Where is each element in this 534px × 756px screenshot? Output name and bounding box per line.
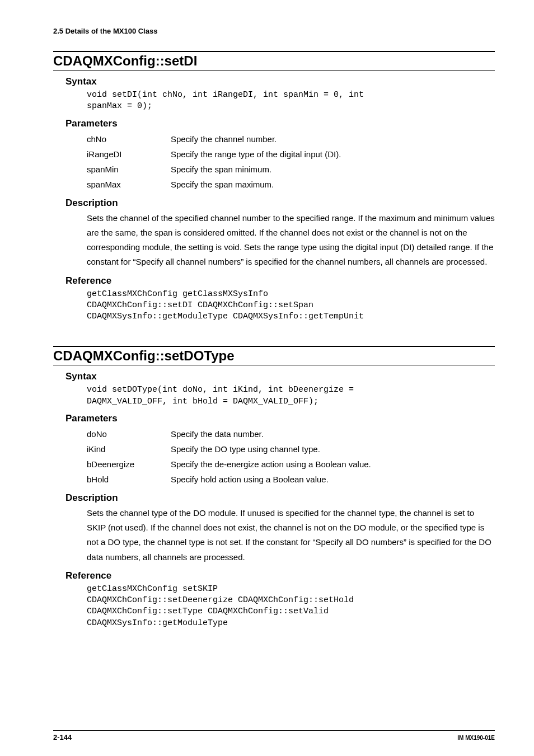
rule-top: [53, 346, 495, 347]
topic-title: CDAQMXConfig::setDI: [53, 53, 495, 69]
param-name: doNo: [87, 426, 171, 442]
syntax-code: void setDI(int chNo, int iRangeDI, int s…: [87, 90, 495, 112]
param-row: bHold Specify hold action using a Boolea…: [87, 472, 371, 487]
topic-setdotype: CDAQMXConfig::setDOType Syntax void setD…: [53, 346, 495, 629]
param-desc: Specify the span maximum.: [171, 177, 341, 192]
param-desc: Specify hold action using a Boolean valu…: [171, 472, 371, 487]
topic-setdi: CDAQMXConfig::setDI Syntax void setDI(in…: [53, 51, 495, 322]
reference-code: getClassMXChConfig getClassMXSysInfo CDA…: [87, 289, 495, 323]
parameters-table: doNo Specify the data number. iKind Spec…: [87, 426, 371, 487]
param-name: spanMin: [87, 162, 171, 177]
syntax-heading: Syntax: [65, 76, 495, 87]
param-row: iKind Specify the DO type using channel …: [87, 442, 371, 457]
description-heading: Description: [65, 198, 495, 209]
page-footer: 2-144 IM MX190-01E: [53, 730, 495, 741]
syntax-heading: Syntax: [65, 371, 495, 382]
footer-rule: [53, 730, 495, 731]
param-row: iRangeDI Specify the range type of the d…: [87, 147, 341, 162]
param-name: bDeenergize: [87, 457, 171, 472]
param-desc: Specify the range type of the digital in…: [171, 147, 341, 162]
description-text: Sets the channel of the specified channe…: [87, 211, 495, 270]
param-desc: Specify the de-energize action using a B…: [171, 457, 371, 472]
running-head: 2.5 Details of the MX100 Class: [53, 27, 495, 35]
param-name: chNo: [87, 132, 171, 147]
rule-top: [53, 51, 495, 52]
description-text: Sets the channel type of the DO module. …: [87, 506, 495, 565]
param-row: doNo Specify the data number.: [87, 426, 371, 442]
param-desc: Specify the channel number.: [171, 132, 341, 147]
param-row: bDeenergize Specify the de-energize acti…: [87, 457, 371, 472]
description-heading: Description: [65, 492, 495, 504]
page-number: 2-144: [53, 733, 72, 741]
parameters-heading: Parameters: [65, 118, 495, 129]
param-desc: Specify the data number.: [171, 426, 371, 442]
parameters-heading: Parameters: [65, 413, 495, 424]
param-row: spanMax Specify the span maximum.: [87, 177, 341, 192]
param-name: iKind: [87, 442, 171, 457]
rule-bottom: [53, 70, 495, 71]
param-desc: Specify the DO type using channel type.: [171, 442, 371, 457]
parameters-table: chNo Specify the channel number. iRangeD…: [87, 132, 341, 192]
syntax-code: void setDOType(int doNo, int iKind, int …: [87, 384, 495, 407]
rule-bottom: [53, 365, 495, 365]
reference-heading: Reference: [65, 570, 495, 581]
param-name: spanMax: [87, 177, 171, 192]
reference-code: getClassMXChConfig setSKIP CDAQMXChConfi…: [87, 584, 495, 629]
topic-title: CDAQMXConfig::setDOType: [53, 348, 495, 364]
param-row: chNo Specify the channel number.: [87, 132, 341, 147]
param-name: bHold: [87, 472, 171, 487]
reference-heading: Reference: [65, 275, 495, 287]
document-id: IM MX190-01E: [457, 735, 495, 741]
param-row: spanMin Specify the span minimum.: [87, 162, 341, 177]
param-name: iRangeDI: [87, 147, 171, 162]
param-desc: Specify the span minimum.: [171, 162, 341, 177]
